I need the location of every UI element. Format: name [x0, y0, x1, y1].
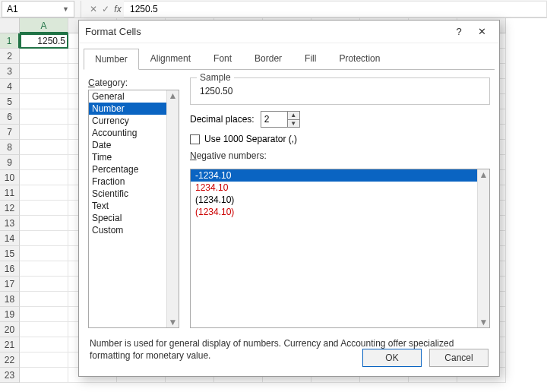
- list-item[interactable]: (1234.10): [191, 194, 489, 206]
- row-header[interactable]: 12: [0, 201, 20, 216]
- tab-font[interactable]: Font: [202, 48, 243, 69]
- row-header[interactable]: 22: [0, 352, 20, 368]
- row-header[interactable]: 5: [0, 94, 20, 109]
- category-label: Category:: [88, 77, 179, 88]
- help-button[interactable]: ?: [447, 26, 470, 37]
- ok-button[interactable]: OK: [362, 349, 422, 367]
- row-header[interactable]: 14: [0, 231, 20, 246]
- cell[interactable]: [20, 155, 68, 170]
- column-header[interactable]: A: [20, 18, 68, 33]
- list-item[interactable]: Percentage: [89, 163, 179, 175]
- spin-up-icon: ▲: [288, 112, 299, 119]
- list-item[interactable]: Custom: [89, 224, 179, 236]
- cell[interactable]: [20, 185, 68, 201]
- dialog-tabs: NumberAlignmentFontBorderFillProtection: [79, 43, 499, 69]
- cell[interactable]: [20, 307, 68, 322]
- separator: [81, 1, 81, 17]
- scroll-up-icon: ▲: [169, 90, 178, 101]
- category-list[interactable]: GeneralNumberCurrencyAccountingDateTimeP…: [88, 90, 179, 328]
- dialog-titlebar[interactable]: Format Cells ? ✕: [79, 21, 499, 43]
- list-item[interactable]: Time: [89, 151, 179, 163]
- list-item[interactable]: Fraction: [89, 175, 179, 188]
- decimal-places-stepper[interactable]: ▲▼: [261, 111, 300, 128]
- scrollbar[interactable]: ▲▼: [477, 169, 489, 327]
- decimal-places-row: Decimal places: ▲▼: [190, 111, 490, 128]
- cell[interactable]: [20, 277, 68, 292]
- cell[interactable]: [20, 79, 68, 94]
- spin-buttons[interactable]: ▲▼: [287, 112, 299, 127]
- cell[interactable]: [20, 64, 68, 79]
- list-item[interactable]: Scientific: [89, 188, 179, 200]
- cell[interactable]: [20, 292, 68, 307]
- formula-bar[interactable]: 1250.5: [124, 1, 547, 17]
- fx-icon[interactable]: fx: [112, 4, 124, 14]
- row-header[interactable]: 18: [0, 292, 20, 307]
- list-item[interactable]: 1234.10: [191, 182, 489, 194]
- row-header[interactable]: 7: [0, 125, 20, 140]
- cell[interactable]: [20, 368, 68, 383]
- row-header[interactable]: 4: [0, 79, 20, 94]
- thousands-separator-checkbox[interactable]: Use 1000 Separator (,): [190, 134, 490, 144]
- list-item[interactable]: Special: [89, 212, 179, 224]
- row-header[interactable]: 17: [0, 277, 20, 292]
- checkbox-icon[interactable]: [190, 134, 200, 144]
- row-header[interactable]: 10: [0, 170, 20, 185]
- row-header[interactable]: 2: [0, 49, 20, 64]
- row-header[interactable]: 1: [0, 33, 20, 49]
- cell[interactable]: [20, 201, 68, 216]
- list-item[interactable]: General: [89, 90, 179, 103]
- chevron-down-icon[interactable]: ▼: [62, 5, 69, 13]
- cell[interactable]: [20, 94, 68, 109]
- scroll-up-icon: ▲: [479, 169, 489, 180]
- row-header[interactable]: 6: [0, 109, 20, 125]
- row-header[interactable]: 11: [0, 185, 20, 201]
- cell[interactable]: [20, 140, 68, 155]
- check-icon[interactable]: ✓: [100, 4, 112, 14]
- cell[interactable]: [20, 261, 68, 277]
- list-item[interactable]: Accounting: [89, 127, 179, 139]
- sample-value: 1250.50: [197, 83, 483, 96]
- tab-border[interactable]: Border: [243, 48, 293, 69]
- list-item[interactable]: Text: [89, 200, 179, 212]
- cell[interactable]: [20, 125, 68, 140]
- cell[interactable]: [20, 49, 68, 64]
- tab-alignment[interactable]: Alignment: [139, 48, 202, 69]
- tab-protection[interactable]: Protection: [327, 48, 391, 69]
- list-item[interactable]: Currency: [89, 115, 179, 127]
- negative-numbers-list[interactable]: -1234.101234.10(1234.10)(1234.10)▲▼: [190, 169, 490, 328]
- tab-fill[interactable]: Fill: [293, 48, 327, 69]
- row-header[interactable]: 23: [0, 368, 20, 383]
- cell[interactable]: [20, 322, 68, 337]
- cancel-button[interactable]: Cancel: [429, 349, 489, 367]
- row-header[interactable]: 3: [0, 64, 20, 79]
- tab-number[interactable]: Number: [84, 49, 139, 70]
- list-item[interactable]: (1234.10): [191, 206, 489, 218]
- cell[interactable]: [20, 231, 68, 246]
- list-item[interactable]: Number: [89, 103, 179, 115]
- row-header[interactable]: 9: [0, 155, 20, 170]
- formula-bar-row: A1 ▼ ✕ ✓ fx 1250.5: [0, 0, 547, 18]
- list-item[interactable]: Date: [89, 139, 179, 151]
- cell[interactable]: [20, 337, 68, 352]
- cell[interactable]: [20, 170, 68, 185]
- cancel-icon[interactable]: ✕: [87, 4, 100, 14]
- row-header[interactable]: 16: [0, 261, 20, 277]
- close-button[interactable]: ✕: [470, 26, 493, 37]
- row-header[interactable]: 20: [0, 322, 20, 337]
- cell[interactable]: [20, 216, 68, 231]
- number-options-pane: Sample 1250.50 Decimal places: ▲▼ Use 10…: [190, 77, 490, 328]
- row-header[interactable]: 19: [0, 307, 20, 322]
- row-header[interactable]: 15: [0, 246, 20, 261]
- decimal-places-input[interactable]: [261, 112, 287, 127]
- row-header[interactable]: 13: [0, 216, 20, 231]
- list-item[interactable]: -1234.10: [191, 169, 489, 182]
- select-all-corner[interactable]: [0, 18, 20, 33]
- name-box[interactable]: A1 ▼: [2, 1, 74, 17]
- cell[interactable]: [20, 246, 68, 261]
- cell[interactable]: [20, 109, 68, 125]
- row-header[interactable]: 21: [0, 337, 20, 352]
- scrollbar[interactable]: ▲▼: [166, 90, 179, 327]
- cell[interactable]: [20, 352, 68, 368]
- row-header[interactable]: 8: [0, 140, 20, 155]
- cell[interactable]: 1250.5: [20, 33, 68, 49]
